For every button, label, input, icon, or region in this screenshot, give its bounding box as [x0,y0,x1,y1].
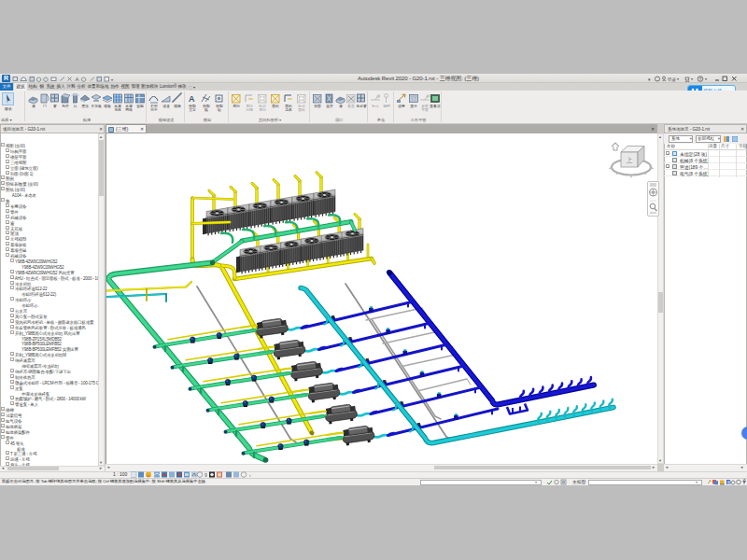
svg-text:A: A [189,94,195,104]
svg-text:▾: ▾ [691,77,693,81]
svg-text:▾: ▾ [677,77,679,81]
svg-text:▾: ▾ [705,77,707,81]
svg-text:登录: 登录 [668,77,677,82]
svg-text:▾: ▾ [111,77,113,82]
svg-text:▾: ▾ [648,77,651,82]
svg-text:?: ? [699,77,702,82]
svg-text:A: A [76,77,79,82]
svg-text:上: 上 [627,157,633,163]
